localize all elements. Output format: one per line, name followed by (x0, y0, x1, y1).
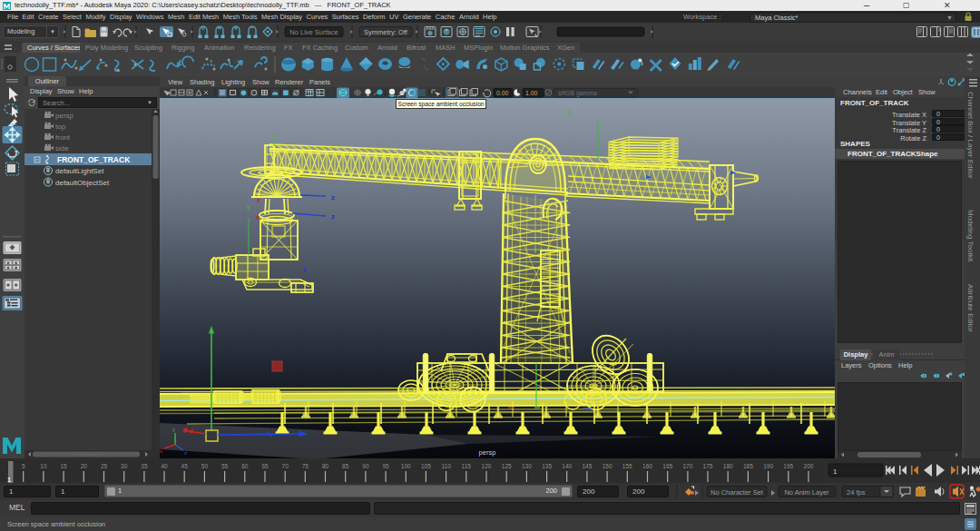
svg-text:165: 165 (662, 463, 672, 469)
svg-text:0.00: 0.00 (496, 90, 508, 96)
svg-text:15: 15 (60, 463, 67, 469)
svg-text:75: 75 (302, 463, 309, 469)
svg-text:190: 190 (763, 463, 773, 469)
svg-text:No Live Surface: No Live Surface (289, 28, 338, 36)
svg-text:195: 195 (783, 463, 793, 469)
svg-text:30: 30 (121, 463, 128, 469)
svg-text:65: 65 (261, 463, 269, 469)
svg-text:z: z (331, 193, 335, 202)
svg-text:20: 20 (81, 463, 88, 469)
svg-text:z: z (184, 450, 187, 456)
svg-text:x: x (160, 448, 162, 454)
svg-text:160: 160 (642, 463, 652, 469)
svg-text:FRONT_OF_TRACK: FRONT_OF_TRACK (57, 155, 131, 164)
svg-text:115: 115 (462, 463, 472, 469)
svg-text:105: 105 (421, 463, 431, 469)
svg-text:70: 70 (282, 463, 289, 469)
svg-text:100: 100 (401, 463, 411, 469)
svg-text:185: 185 (743, 463, 753, 469)
svg-text:200: 200 (804, 463, 814, 469)
svg-text:10: 10 (40, 463, 47, 469)
svg-text:135: 135 (542, 463, 552, 469)
svg-text:x: x (256, 214, 260, 221)
svg-text:150: 150 (603, 463, 612, 469)
svg-text:sRGB gamma: sRGB gamma (558, 90, 597, 97)
svg-text:y: y (272, 132, 276, 140)
svg-text:50: 50 (201, 463, 209, 469)
svg-text:45: 45 (181, 463, 189, 469)
svg-text:1: 1 (833, 467, 838, 476)
svg-text:x: x (257, 197, 260, 203)
svg-text:95: 95 (382, 463, 389, 469)
svg-text:persp: persp (479, 448, 496, 457)
svg-text:1: 1 (7, 477, 11, 483)
svg-text:y: y (172, 427, 175, 432)
svg-text:85: 85 (342, 463, 349, 469)
svg-text:defaultObjectSet: defaultObjectSet (55, 179, 110, 187)
svg-text:defaultLightSet: defaultLightSet (55, 167, 104, 175)
svg-text:z: z (331, 212, 335, 221)
svg-text:55: 55 (221, 463, 229, 469)
svg-text:130: 130 (522, 463, 532, 469)
svg-text:145: 145 (582, 463, 592, 469)
svg-text:120: 120 (482, 463, 492, 469)
svg-text:No Anim Layer: No Anim Layer (784, 488, 829, 497)
svg-text:5: 5 (22, 463, 25, 469)
svg-text:persp: persp (55, 112, 74, 120)
svg-text:Symmetry: Off: Symmetry: Off (364, 28, 408, 36)
svg-text:125: 125 (502, 463, 512, 469)
svg-text:24 fps: 24 fps (847, 488, 866, 497)
svg-text:1.00: 1.00 (525, 90, 537, 96)
svg-text:y: y (247, 203, 250, 211)
svg-text:110: 110 (441, 463, 451, 469)
svg-text:90: 90 (362, 463, 369, 469)
svg-text:y: y (568, 107, 572, 115)
svg-text:180: 180 (723, 463, 733, 469)
svg-text:155: 155 (622, 463, 632, 469)
svg-text:140: 140 (562, 463, 572, 469)
svg-text:side: side (55, 144, 69, 152)
svg-text:35: 35 (141, 463, 148, 469)
svg-text:175: 175 (703, 463, 713, 469)
svg-text:z: z (303, 266, 307, 272)
svg-text:top: top (55, 123, 66, 131)
svg-text:25: 25 (101, 463, 108, 469)
svg-text:40: 40 (161, 463, 168, 469)
svg-text:80: 80 (322, 463, 329, 469)
svg-text:No Character Set: No Character Set (710, 488, 764, 497)
svg-text:170: 170 (682, 463, 692, 469)
svg-text:60: 60 (241, 463, 249, 469)
svg-text:front: front (55, 133, 71, 142)
